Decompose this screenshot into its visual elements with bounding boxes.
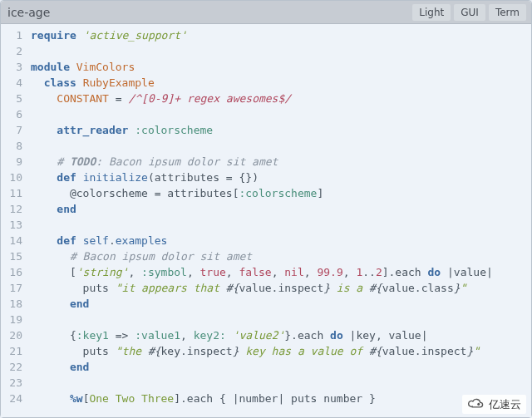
code-line bbox=[31, 43, 531, 59]
code-line: def self.examples bbox=[31, 233, 531, 248]
line-number: 7 bbox=[1, 122, 22, 138]
editor-window: ice-age Light GUI Term 12345678910111213… bbox=[0, 0, 532, 418]
editor-area: 123456789101112131415161718192021222324 … bbox=[1, 24, 531, 417]
line-number: 1 bbox=[1, 27, 22, 43]
line-number-gutter: 123456789101112131415161718192021222324 bbox=[1, 24, 27, 417]
code-line bbox=[31, 138, 531, 154]
code-line: ['string', :symbol, true, false, nil, 99… bbox=[31, 264, 531, 280]
line-number: 5 bbox=[1, 91, 22, 106]
code-line: end bbox=[31, 201, 531, 217]
code-line: puts "it appears that #{value.inspect} i… bbox=[31, 280, 531, 296]
code-line: attr_reader :colorscheme bbox=[31, 122, 531, 138]
line-number: 9 bbox=[1, 154, 22, 170]
line-number: 3 bbox=[1, 59, 22, 75]
watermark-text: 亿速云 bbox=[489, 397, 521, 412]
line-number: 17 bbox=[1, 280, 22, 296]
code-line bbox=[31, 217, 531, 233]
code-line: %w[One Two Three].each { |number| puts n… bbox=[31, 391, 531, 406]
code-line: end bbox=[31, 296, 531, 312]
code-line: end bbox=[31, 359, 531, 375]
code-line: CONSTANT = /^[0-9]+ regex awesomes$/ bbox=[31, 91, 531, 106]
tab-light[interactable]: Light bbox=[412, 4, 451, 21]
line-number: 14 bbox=[1, 233, 22, 248]
code-line: def initialize(attributes = {}) bbox=[31, 170, 531, 185]
code-line bbox=[31, 106, 531, 122]
code-line: class RubyExample bbox=[31, 75, 531, 91]
line-number: 23 bbox=[1, 375, 22, 391]
code-line: {:key1 => :value1, key2: 'value2'}.each … bbox=[31, 327, 531, 343]
line-number: 11 bbox=[1, 185, 22, 201]
code-line: # TODO: Bacon ipsum dolor sit amet bbox=[31, 154, 531, 170]
line-number: 22 bbox=[1, 359, 22, 375]
code-line: # Bacon ipsum dolor sit amet bbox=[31, 248, 531, 264]
line-number: 20 bbox=[1, 327, 22, 343]
svg-point-0 bbox=[477, 403, 480, 406]
titlebar: ice-age Light GUI Term bbox=[1, 1, 531, 24]
line-number: 4 bbox=[1, 75, 22, 91]
line-number: 18 bbox=[1, 296, 22, 312]
code-line bbox=[31, 375, 531, 391]
theme-tabs: Light GUI Term bbox=[412, 4, 526, 21]
line-number: 21 bbox=[1, 343, 22, 359]
code-line: puts "the #{key.inspect} key has a value… bbox=[31, 343, 531, 359]
window-title: ice-age bbox=[6, 6, 412, 19]
watermark: 亿速云 bbox=[462, 395, 526, 414]
line-number: 16 bbox=[1, 264, 22, 280]
code-line: require 'active_support' bbox=[31, 27, 531, 43]
line-number: 6 bbox=[1, 106, 22, 122]
code-line: @colorscheme = attributes[:colorscheme] bbox=[31, 185, 531, 201]
line-number: 12 bbox=[1, 201, 22, 217]
line-number: 13 bbox=[1, 217, 22, 233]
line-number: 2 bbox=[1, 43, 22, 59]
line-number: 19 bbox=[1, 312, 22, 327]
code-line: module VimColors bbox=[31, 59, 531, 75]
line-number: 15 bbox=[1, 248, 22, 264]
line-number: 8 bbox=[1, 138, 22, 154]
code-content[interactable]: require 'active_support' module VimColor… bbox=[27, 24, 531, 417]
line-number: 24 bbox=[1, 391, 22, 406]
tab-gui[interactable]: GUI bbox=[454, 4, 485, 21]
cloud-icon bbox=[467, 396, 485, 412]
code-line bbox=[31, 312, 531, 327]
tab-term[interactable]: Term bbox=[489, 4, 526, 21]
line-number: 10 bbox=[1, 170, 22, 185]
